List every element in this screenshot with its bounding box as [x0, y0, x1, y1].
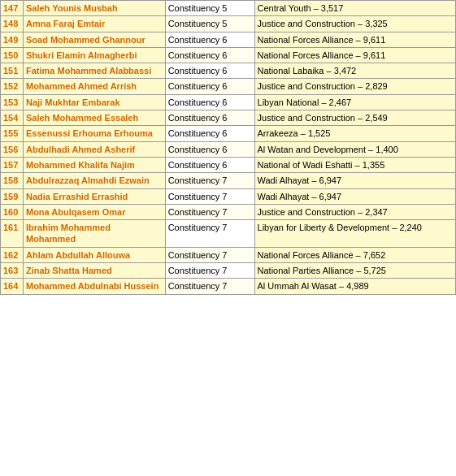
- candidate-name: Saleh Younis Musbah: [23, 1, 165, 16]
- table-row: 154Saleh Mohammed EssalehConstituency 6J…: [1, 110, 456, 126]
- table-row: 155Essenussi Erhouma ErhoumaConstituency…: [1, 126, 456, 141]
- row-number: 152: [1, 79, 24, 94]
- table-row: 157Mohammed Khalifa NajimConstituency 6N…: [1, 157, 456, 172]
- constituency: Constituency 6: [165, 157, 254, 172]
- table-row: 162Ahlam Abdullah AllouwaConstituency 7N…: [1, 247, 456, 262]
- constituency: Constituency 7: [165, 173, 254, 188]
- constituency: Constituency 5: [165, 1, 254, 16]
- table-row: 147Saleh Younis MusbahConstituency 5Cent…: [1, 1, 456, 16]
- constituency: Constituency 7: [165, 204, 254, 219]
- constituency: Constituency 6: [165, 63, 254, 79]
- table-row: 148Amna Faraj EmtairConstituency 5Justic…: [1, 16, 456, 32]
- party-votes: Justice and Construction – 3,325: [254, 16, 455, 32]
- candidate-name: Ahlam Abdullah Allouwa: [23, 247, 165, 262]
- party-votes: National Forces Alliance – 7,652: [254, 247, 455, 262]
- party-votes: National of Wadi Eshatti – 1,355: [254, 157, 455, 172]
- row-number: 147: [1, 1, 24, 16]
- candidate-name: Ibrahim Mohammed Mohammed: [23, 220, 165, 248]
- party-votes: National Forces Alliance – 9,611: [254, 47, 455, 63]
- candidate-name: Saleh Mohammed Essaleh: [23, 110, 165, 126]
- candidate-name: Mohammed Khalifa Najim: [23, 157, 165, 172]
- party-votes: National Parties Alliance – 5,725: [254, 263, 455, 279]
- row-number: 159: [1, 188, 24, 204]
- table-row: 150Shukri Elamin AlmagherbiConstituency …: [1, 47, 456, 63]
- table-row: 152Mohammed Ahmed ArrishConstituency 6Ju…: [1, 79, 456, 94]
- candidate-name: Fatima Mohammed Alabbassi: [23, 63, 165, 79]
- constituency: Constituency 7: [165, 247, 254, 262]
- row-number: 162: [1, 247, 24, 262]
- candidate-name: Soad Mohammed Ghannour: [23, 32, 165, 47]
- party-votes: Wadi Alhayat – 6,947: [254, 173, 455, 188]
- row-number: 160: [1, 204, 24, 219]
- candidate-name: Amna Faraj Emtair: [23, 16, 165, 32]
- constituency: Constituency 6: [165, 32, 254, 47]
- row-number: 156: [1, 141, 24, 157]
- table-row: 161Ibrahim Mohammed MohammedConstituency…: [1, 220, 456, 248]
- table-row: 156Abdulhadi Ahmed AsherifConstituency 6…: [1, 141, 456, 157]
- party-votes: National Forces Alliance – 9,611: [254, 32, 455, 47]
- table-row: 149Soad Mohammed GhannourConstituency 6N…: [1, 32, 456, 47]
- table-row: 151Fatima Mohammed AlabbassiConstituency…: [1, 63, 456, 79]
- candidate-name: Mohammed Abdulnabi Hussein: [23, 279, 165, 294]
- table-row: 153Naji Mukhtar EmbarakConstituency 6Lib…: [1, 94, 456, 110]
- table-row: 159Nadia Errashid ErrashidConstituency 7…: [1, 188, 456, 204]
- constituency: Constituency 6: [165, 47, 254, 63]
- row-number: 158: [1, 173, 24, 188]
- party-votes: Justice and Construction – 2,549: [254, 110, 455, 126]
- constituency: Constituency 7: [165, 263, 254, 279]
- constituency: Constituency 6: [165, 126, 254, 141]
- row-number: 154: [1, 110, 24, 126]
- party-votes: Al Watan and Development – 1,400: [254, 141, 455, 157]
- table-row: 164Mohammed Abdulnabi HusseinConstituenc…: [1, 279, 456, 294]
- table-row: 163Zinab Shatta HamedConstituency 7Natio…: [1, 263, 456, 279]
- constituency: Constituency 6: [165, 110, 254, 126]
- constituency: Constituency 6: [165, 141, 254, 157]
- row-number: 148: [1, 16, 24, 32]
- row-number: 163: [1, 263, 24, 279]
- row-number: 157: [1, 157, 24, 172]
- candidate-name: Mona Abulqasem Omar: [23, 204, 165, 219]
- party-votes: Central Youth – 3,517: [254, 1, 455, 16]
- row-number: 164: [1, 279, 24, 294]
- candidate-name: Naji Mukhtar Embarak: [23, 94, 165, 110]
- candidates-table: 147Saleh Younis MusbahConstituency 5Cent…: [0, 0, 456, 295]
- party-votes: National Labaika – 3,472: [254, 63, 455, 79]
- constituency: Constituency 5: [165, 16, 254, 32]
- row-number: 161: [1, 220, 24, 248]
- candidate-name: Nadia Errashid Errashid: [23, 188, 165, 204]
- row-number: 151: [1, 63, 24, 79]
- constituency: Constituency 6: [165, 94, 254, 110]
- party-votes: Libyan National – 2,467: [254, 94, 455, 110]
- party-votes: Justice and Construction – 2,347: [254, 204, 455, 219]
- party-votes: Justice and Construction – 2,829: [254, 79, 455, 94]
- constituency: Constituency 7: [165, 279, 254, 294]
- candidate-name: Mohammed Ahmed Arrish: [23, 79, 165, 94]
- constituency: Constituency 7: [165, 220, 254, 248]
- party-votes: Al Ummah Al Wasat – 4,989: [254, 279, 455, 294]
- row-number: 155: [1, 126, 24, 141]
- party-votes: Wadi Alhayat – 6,947: [254, 188, 455, 204]
- constituency: Constituency 7: [165, 188, 254, 204]
- candidate-name: Zinab Shatta Hamed: [23, 263, 165, 279]
- table-row: 158Abdulrazzaq Almahdi EzwainConstituenc…: [1, 173, 456, 188]
- candidate-name: Abdulhadi Ahmed Asherif: [23, 141, 165, 157]
- candidate-name: Shukri Elamin Almagherbi: [23, 47, 165, 63]
- candidate-name: Essenussi Erhouma Erhouma: [23, 126, 165, 141]
- row-number: 153: [1, 94, 24, 110]
- party-votes: Arrakeeza – 1,525: [254, 126, 455, 141]
- row-number: 149: [1, 32, 24, 47]
- candidate-name: Abdulrazzaq Almahdi Ezwain: [23, 173, 165, 188]
- table-row: 160Mona Abulqasem OmarConstituency 7Just…: [1, 204, 456, 219]
- row-number: 150: [1, 47, 24, 63]
- party-votes: Libyan for Liberty & Development – 2,240: [254, 220, 455, 248]
- constituency: Constituency 6: [165, 79, 254, 94]
